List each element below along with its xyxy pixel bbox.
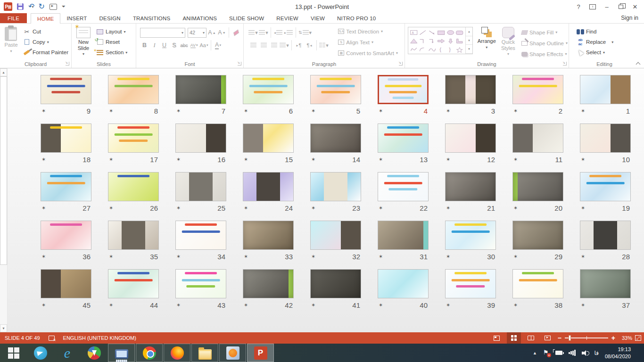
slide-thumbnail-2[interactable] [512, 75, 563, 104]
arrow-shape-icon[interactable] [428, 28, 437, 37]
slide-thumbnail-19[interactable] [580, 172, 631, 201]
text-box-shape-icon[interactable]: A [409, 28, 418, 37]
left-to-right-button[interactable]: ▸¶ [294, 41, 304, 50]
format-painter-button[interactable]: Format Painter [21, 47, 70, 58]
slide-sorter-view-button[interactable] [507, 332, 521, 344]
slide-thumbnail-31[interactable] [378, 221, 429, 250]
slide-thumbnail-1[interactable] [580, 75, 631, 104]
font-size-combo[interactable]: 42▾ [188, 28, 206, 38]
layout-button[interactable]: Layout▾ [94, 26, 129, 37]
corner-shape-icon[interactable] [455, 37, 464, 45]
font-color-button[interactable]: A▾ [214, 41, 223, 50]
arrange-button[interactable]: Arrange▾ [477, 25, 497, 49]
down-arrow-shape-icon[interactable] [446, 37, 455, 45]
clipboard-dialog-launcher[interactable] [66, 62, 69, 66]
shape-effects-button[interactable]: Shape Effects▾ [521, 49, 568, 59]
slide-thumbnail-8[interactable] [108, 75, 159, 104]
taskbar-telegram-button[interactable] [27, 344, 54, 362]
slide-thumbnail-9[interactable] [41, 75, 91, 104]
taskbar-powerpoint-button[interactable] [247, 344, 274, 362]
language-indicator[interactable]: ENGLISH (UNITED KINGDOM) [63, 335, 136, 341]
slide-thumbnail-39[interactable] [445, 269, 496, 298]
taskbar-ie-button[interactable] [54, 344, 81, 362]
align-center-button[interactable] [259, 41, 268, 50]
right-brace-shape-icon[interactable]: } [446, 45, 455, 54]
slide-thumbnail-43[interactable] [175, 269, 226, 298]
slide-thumbnail-4[interactable] [378, 75, 429, 104]
reset-button[interactable]: Reset [94, 37, 129, 47]
undo-icon[interactable]: ↶▾ [28, 2, 33, 11]
drawing-dialog-launcher[interactable] [563, 62, 567, 66]
taskbar-wmp-button[interactable] [219, 344, 246, 362]
slide-thumbnail-45[interactable] [41, 269, 91, 298]
justify-button[interactable]: ▾ [280, 41, 289, 50]
align-text-button[interactable]: ⇅Align Text▾ [338, 37, 398, 47]
slide-thumbnail-37[interactable] [580, 269, 631, 298]
slide-thumbnail-33[interactable] [243, 221, 294, 250]
line-spacing-button[interactable]: ⇅▾ [298, 28, 312, 38]
rounded-rectangle-shape-icon[interactable] [455, 28, 464, 37]
tab-nitro-pro-10[interactable]: NITRO PRO 10 [331, 13, 382, 23]
quick-styles-button[interactable]: Quick Styles▾ [497, 25, 520, 56]
shape-outline-button[interactable]: Shape Outline▾ [521, 38, 568, 48]
replace-button[interactable]: abacReplace▾ [575, 37, 639, 47]
decrease-font-size-button[interactable]: A▼ [217, 28, 226, 38]
tab-file[interactable]: FILE [0, 13, 27, 23]
network-signal-icon[interactable] [569, 350, 576, 356]
elbow-arrow-shape-icon[interactable] [428, 37, 437, 45]
rectangle-shape-icon[interactable] [437, 28, 446, 37]
slide-thumbnail-11[interactable] [512, 123, 563, 153]
slide-thumbnail-28[interactable] [580, 221, 631, 250]
section-button[interactable]: Section▾ [94, 47, 129, 58]
zoom-in-button[interactable]: + [611, 334, 615, 342]
slide-thumbnail-18[interactable] [41, 123, 91, 153]
star-shape-icon[interactable] [455, 45, 464, 54]
align-right-button[interactable] [269, 41, 279, 50]
new-slide-button[interactable]: New Slide▾ [73, 25, 94, 56]
slide-thumbnail-35[interactable] [108, 221, 159, 250]
close-button[interactable]: ✕ [628, 1, 642, 12]
customize-quick-access-icon[interactable]: ⏷ [62, 2, 66, 11]
taskbar-idm-button[interactable] [81, 344, 107, 362]
slide-thumbnail-36[interactable] [41, 221, 91, 250]
taskbar-chrome-button[interactable] [136, 344, 163, 362]
slide-thumbnail-17[interactable] [108, 123, 159, 153]
italic-button[interactable]: I [150, 41, 159, 50]
underline-button[interactable]: U [160, 41, 169, 50]
zoom-slider[interactable] [565, 337, 608, 338]
fit-to-window-icon[interactable] [635, 335, 641, 341]
scribble-shape-icon[interactable] [409, 45, 418, 54]
slide-thumbnail-44[interactable] [108, 269, 159, 298]
scroll-up-icon[interactable]: ▲ [0, 68, 7, 76]
text-shadow-button[interactable]: S [170, 41, 179, 50]
slide-thumbnail-38[interactable] [512, 269, 563, 298]
tab-slide-show[interactable]: SLIDE SHOW [223, 13, 270, 23]
ribbon-display-options-button[interactable]: ↑ [586, 1, 600, 12]
slide-thumbnail-10[interactable] [580, 123, 631, 153]
slide-thumbnail-24[interactable] [243, 172, 294, 201]
font-dialog-launcher[interactable] [238, 62, 241, 66]
shapes-gallery-scrollbar[interactable]: ▲ ▼ ▼ [465, 27, 472, 54]
taskbar-firefox-button[interactable] [164, 344, 190, 362]
save-icon[interactable] [17, 2, 24, 11]
slide-thumbnail-12[interactable] [445, 123, 496, 153]
zoom-slider-thumb[interactable] [569, 335, 571, 341]
taskbar-explorer-button[interactable] [191, 344, 218, 362]
slide-thumbnail-29[interactable] [512, 221, 563, 250]
input-language-indicator[interactable]: فا [594, 350, 599, 356]
tab-view[interactable]: VIEW [305, 13, 331, 23]
slide-thumbnail-41[interactable] [310, 269, 361, 298]
slide-thumbnail-42[interactable] [243, 269, 294, 298]
zoom-out-button[interactable]: − [558, 334, 561, 342]
help-button[interactable]: ? [571, 1, 586, 12]
slide-thumbnail-30[interactable] [445, 221, 496, 250]
spell-check-icon[interactable] [49, 336, 55, 341]
curve-shape-icon[interactable] [428, 45, 437, 54]
vertical-scrollbar[interactable]: ▲ ▼ [0, 68, 8, 332]
slide-thumbnail-32[interactable] [310, 221, 361, 250]
slide-thumbnail-7[interactable] [175, 75, 226, 104]
increase-indent-button[interactable]: ▸ [284, 28, 293, 38]
slide-thumbnail-16[interactable] [175, 123, 226, 153]
zoom-level[interactable]: 33% [618, 335, 632, 341]
change-case-button[interactable]: Aa▾ [199, 41, 208, 50]
